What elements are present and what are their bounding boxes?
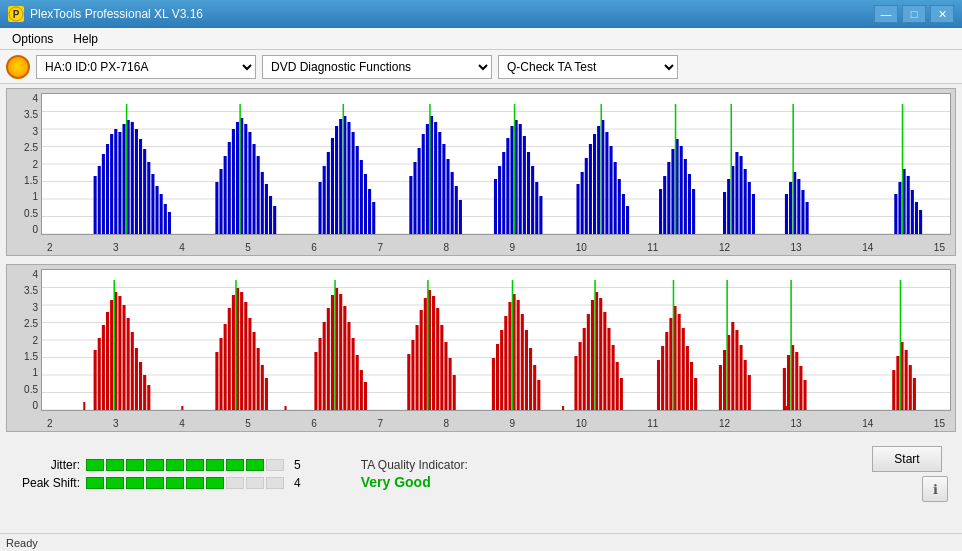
svg-rect-98: [618, 179, 621, 234]
minimize-button[interactable]: —: [874, 5, 898, 23]
function-select[interactable]: DVD Diagnostic Functions: [262, 55, 492, 79]
svg-rect-244: [748, 375, 751, 410]
svg-rect-10: [94, 176, 97, 234]
svg-rect-79: [510, 126, 513, 234]
svg-rect-15: [114, 129, 117, 234]
svg-rect-227: [661, 346, 664, 410]
ps-seg-7: [206, 477, 224, 489]
svg-rect-119: [752, 194, 755, 234]
svg-rect-153: [131, 332, 134, 410]
svg-rect-22: [143, 149, 146, 234]
menu-options[interactable]: Options: [4, 30, 61, 48]
svg-rect-70: [446, 159, 449, 234]
svg-rect-121: [785, 194, 788, 234]
svg-rect-210: [533, 365, 536, 410]
svg-rect-242: [740, 345, 743, 410]
svg-rect-241: [735, 330, 738, 410]
svg-rect-113: [727, 179, 730, 234]
svg-rect-188: [411, 340, 414, 410]
svg-rect-152: [127, 318, 130, 410]
svg-rect-63: [418, 148, 421, 234]
top-chart: 4 3.5 3 2.5 2 1.5 1 0.5 0: [6, 88, 956, 256]
svg-rect-163: [232, 295, 235, 410]
svg-rect-208: [525, 330, 528, 410]
svg-rect-109: [688, 174, 691, 234]
svg-rect-37: [244, 124, 247, 234]
svg-rect-173: [314, 352, 317, 410]
title-bar: P PlexTools Professional XL V3.16 — □ ✕: [0, 0, 962, 28]
svg-rect-126: [806, 202, 809, 234]
svg-rect-213: [574, 356, 577, 410]
svg-rect-190: [420, 310, 423, 410]
svg-rect-145: [98, 338, 101, 410]
ps-seg-2: [106, 477, 124, 489]
svg-rect-54: [352, 132, 355, 234]
svg-rect-81: [519, 124, 522, 234]
jitter-value: 5: [294, 458, 301, 472]
svg-rect-86: [539, 196, 542, 234]
ps-seg-9: [246, 477, 264, 489]
svg-rect-77: [502, 152, 505, 234]
svg-rect-251: [803, 380, 806, 410]
jitter-seg-6: [186, 459, 204, 471]
ps-seg-8: [226, 477, 244, 489]
svg-rect-72: [455, 186, 458, 234]
plextools-logo-icon: [6, 55, 30, 79]
svg-rect-19: [131, 122, 134, 234]
info-button[interactable]: ℹ: [922, 476, 948, 502]
device-select[interactable]: HA:0 ID:0 PX-716A: [36, 55, 256, 79]
svg-rect-68: [438, 132, 441, 234]
svg-rect-132: [911, 190, 914, 234]
jitter-seg-4: [146, 459, 164, 471]
svg-rect-117: [744, 169, 747, 234]
mode-select[interactable]: Q-Check TA Test: [498, 55, 678, 79]
svg-rect-78: [506, 138, 509, 234]
svg-rect-102: [659, 189, 662, 234]
svg-rect-211: [537, 380, 540, 410]
svg-rect-112: [723, 192, 726, 234]
svg-rect-103: [663, 176, 666, 234]
svg-rect-85: [535, 182, 538, 234]
svg-rect-224: [620, 378, 623, 410]
svg-rect-150: [118, 296, 121, 410]
svg-rect-216: [587, 314, 590, 410]
jitter-seg-8: [226, 459, 244, 471]
svg-rect-249: [795, 352, 798, 410]
ps-seg-10: [266, 477, 284, 489]
svg-rect-238: [723, 350, 726, 410]
svg-rect-91: [589, 144, 592, 234]
jitter-seg-5: [166, 459, 184, 471]
svg-rect-198: [453, 375, 456, 410]
svg-rect-90: [585, 158, 588, 234]
svg-rect-32: [224, 156, 227, 234]
svg-rect-13: [106, 144, 109, 234]
svg-rect-110: [692, 189, 695, 234]
svg-rect-215: [583, 328, 586, 410]
bottom-chart-area: [41, 269, 951, 411]
svg-rect-195: [440, 325, 443, 410]
close-button[interactable]: ✕: [930, 5, 954, 23]
svg-rect-17: [122, 124, 125, 234]
svg-rect-134: [919, 210, 922, 234]
svg-rect-155: [139, 362, 142, 410]
svg-rect-222: [612, 345, 615, 410]
svg-rect-148: [110, 300, 113, 410]
svg-rect-196: [444, 342, 447, 410]
svg-rect-179: [339, 294, 342, 410]
menu-help[interactable]: Help: [65, 30, 106, 48]
jitter-meter: [86, 459, 284, 471]
bottom-chart-x-axis: 2 3 4 5 6 7 8 9 10 11 12 13 14 15: [41, 418, 951, 429]
svg-rect-243: [744, 360, 747, 410]
svg-rect-181: [347, 322, 350, 410]
svg-rect-89: [581, 172, 584, 234]
start-button[interactable]: Start: [872, 446, 942, 472]
svg-rect-82: [523, 136, 526, 234]
svg-rect-41: [261, 172, 264, 234]
svg-rect-96: [610, 146, 613, 234]
svg-rect-20: [135, 129, 138, 234]
svg-rect-83: [527, 152, 530, 234]
maximize-button[interactable]: □: [902, 5, 926, 23]
svg-rect-201: [496, 344, 499, 410]
svg-rect-61: [409, 176, 412, 234]
svg-rect-124: [797, 179, 800, 234]
